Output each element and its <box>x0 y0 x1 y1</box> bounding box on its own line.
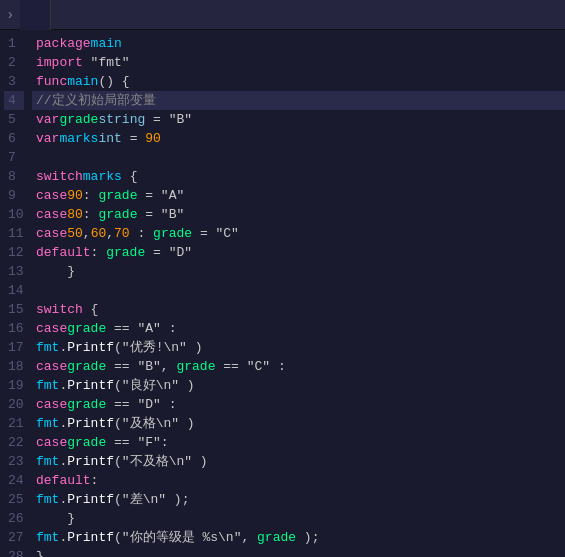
code-line: switch marks { <box>32 167 565 186</box>
code-line: var marks int = 90 <box>32 129 565 148</box>
code-line: fmt.Printf("不及格\n" ) <box>32 452 565 471</box>
code-line: fmt.Printf("差\n" ); <box>32 490 565 509</box>
line-number: 27 <box>4 528 24 547</box>
line-number: 13 <box>4 262 24 281</box>
line-number: 5 <box>4 110 24 129</box>
code-line: case grade == "B", grade == "C" : <box>32 357 565 376</box>
code-line: } <box>32 547 565 557</box>
code-line <box>32 148 565 167</box>
code-line: fmt.Printf("你的等级是 %s\n", grade ); <box>32 528 565 547</box>
line-number: 14 <box>4 281 24 300</box>
code-line: default: grade = "D" <box>32 243 565 262</box>
code-line: switch { <box>32 300 565 319</box>
line-number: 10 <box>4 205 24 224</box>
code-line: case grade == "A" : <box>32 319 565 338</box>
line-number: 12 <box>4 243 24 262</box>
line-number: 28 <box>4 547 24 557</box>
code-line: case 50,60,70 : grade = "C" <box>32 224 565 243</box>
code-line: var grade string = "B" <box>32 110 565 129</box>
code-line: case grade == "F": <box>32 433 565 452</box>
tab-bar: › <box>0 0 565 30</box>
line-number: 16 <box>4 319 24 338</box>
code-line: package main <box>32 34 565 53</box>
code-line: fmt.Printf("优秀!\n" ) <box>32 338 565 357</box>
code-line: fmt.Printf("良好\n" ) <box>32 376 565 395</box>
tab-arrow-icon: › <box>0 7 20 23</box>
line-number: 26 <box>4 509 24 528</box>
code-line: fmt.Printf("及格\n" ) <box>32 414 565 433</box>
code-line: } <box>32 262 565 281</box>
code-line: //定义初始局部变量 <box>32 91 565 110</box>
tab-item[interactable] <box>20 0 51 30</box>
code-line: case grade == "D" : <box>32 395 565 414</box>
line-number: 6 <box>4 129 24 148</box>
code-line: func main() { <box>32 72 565 91</box>
line-number: 9 <box>4 186 24 205</box>
line-number: 15 <box>4 300 24 319</box>
line-number: 4 <box>4 91 24 110</box>
code-line: case 80: grade = "B" <box>32 205 565 224</box>
line-number: 19 <box>4 376 24 395</box>
line-number: 23 <box>4 452 24 471</box>
line-number: 24 <box>4 471 24 490</box>
code-content[interactable]: package mainimport "fmt"func main() { //… <box>32 30 565 557</box>
line-number: 18 <box>4 357 24 376</box>
line-number: 21 <box>4 414 24 433</box>
code-line: case 90: grade = "A" <box>32 186 565 205</box>
line-number: 11 <box>4 224 24 243</box>
code-line: default: <box>32 471 565 490</box>
line-number: 20 <box>4 395 24 414</box>
editor-area: 1234567891011121314151617181920212223242… <box>0 30 565 557</box>
line-number: 1 <box>4 34 24 53</box>
code-line: import "fmt" <box>32 53 565 72</box>
line-number: 22 <box>4 433 24 452</box>
code-line: } <box>32 509 565 528</box>
line-number: 7 <box>4 148 24 167</box>
code-line <box>32 281 565 300</box>
line-numbers: 1234567891011121314151617181920212223242… <box>0 30 32 557</box>
line-number: 2 <box>4 53 24 72</box>
line-number: 3 <box>4 72 24 91</box>
line-number: 17 <box>4 338 24 357</box>
line-number: 25 <box>4 490 24 509</box>
line-number: 8 <box>4 167 24 186</box>
